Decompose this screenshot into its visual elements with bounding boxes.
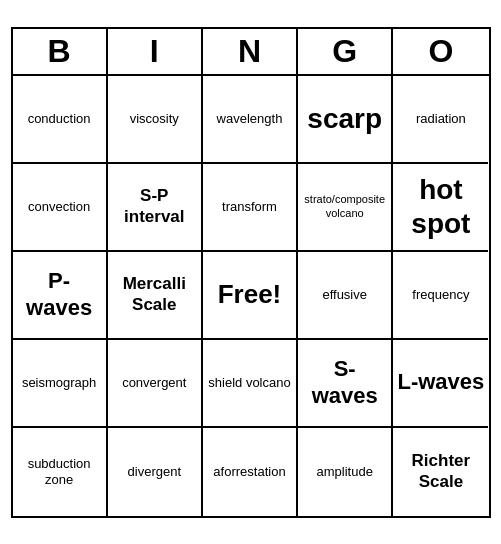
bingo-cell-3: scarp bbox=[298, 76, 393, 164]
bingo-cell-7: transform bbox=[203, 164, 298, 252]
bingo-cell-21: divergent bbox=[108, 428, 203, 516]
bingo-cell-20: subduction zone bbox=[13, 428, 108, 516]
bingo-cell-17: shield volcano bbox=[203, 340, 298, 428]
bingo-cell-24: Richter Scale bbox=[393, 428, 488, 516]
bingo-cell-10: P-waves bbox=[13, 252, 108, 340]
bingo-cell-12: Free! bbox=[203, 252, 298, 340]
bingo-cell-8: strato/composite volcano bbox=[298, 164, 393, 252]
header-letter-G: G bbox=[298, 29, 393, 74]
bingo-cell-4: radiation bbox=[393, 76, 488, 164]
header-letter-O: O bbox=[393, 29, 488, 74]
bingo-cell-5: convection bbox=[13, 164, 108, 252]
bingo-cell-9: hot spot bbox=[393, 164, 488, 252]
bingo-cell-1: viscosity bbox=[108, 76, 203, 164]
bingo-card: BINGO conductionviscositywavelengthscarp… bbox=[11, 27, 491, 518]
bingo-cell-6: S-P interval bbox=[108, 164, 203, 252]
bingo-header: BINGO bbox=[13, 29, 489, 76]
header-letter-B: B bbox=[13, 29, 108, 74]
bingo-cell-0: conduction bbox=[13, 76, 108, 164]
bingo-cell-22: aforrestation bbox=[203, 428, 298, 516]
bingo-cell-15: seismograph bbox=[13, 340, 108, 428]
bingo-cell-2: wavelength bbox=[203, 76, 298, 164]
bingo-cell-11: Mercalli Scale bbox=[108, 252, 203, 340]
bingo-cell-16: convergent bbox=[108, 340, 203, 428]
bingo-cell-19: L-waves bbox=[393, 340, 488, 428]
bingo-cell-23: amplitude bbox=[298, 428, 393, 516]
bingo-cell-14: frequency bbox=[393, 252, 488, 340]
bingo-cell-13: effusive bbox=[298, 252, 393, 340]
bingo-grid: conductionviscositywavelengthscarpradiat… bbox=[13, 76, 489, 516]
header-letter-I: I bbox=[108, 29, 203, 74]
bingo-cell-18: S-waves bbox=[298, 340, 393, 428]
header-letter-N: N bbox=[203, 29, 298, 74]
